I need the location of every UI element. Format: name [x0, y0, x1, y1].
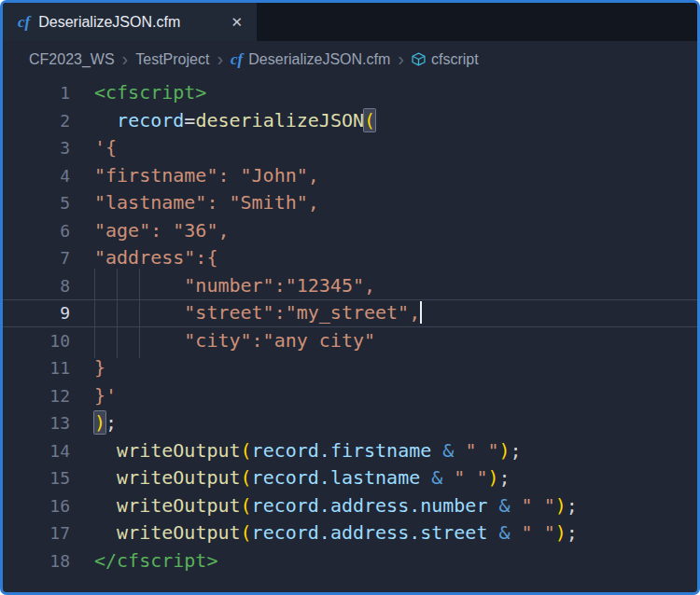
breadcrumb-label: CF2023_WS: [29, 51, 115, 68]
token-plain: [94, 494, 117, 517]
token-amp: &: [442, 439, 454, 462]
token-str: "city":"any city": [184, 329, 375, 352]
breadcrumb-item-testproject[interactable]: TestProject: [135, 51, 209, 68]
code-line-4[interactable]: 4"firstname": "John",: [3, 162, 697, 190]
token-var: record.address.street: [252, 521, 488, 544]
code-line-14[interactable]: 14 writeOutput(record.firstname & " ");: [3, 437, 697, 465]
token-plain: [94, 439, 117, 462]
coldfusion-file-icon: cf: [18, 14, 30, 30]
token-plain: [420, 466, 431, 489]
code-line-1[interactable]: 1<cfscript>: [3, 79, 697, 107]
token-fn: writeOutput: [117, 521, 240, 544]
code-text: record=deserializeJSON(: [94, 107, 697, 135]
token-str: }: [94, 356, 105, 379]
token-fn: deserializeJSON: [195, 109, 364, 131]
line-number: 10: [3, 327, 70, 355]
token-amp: &: [431, 466, 442, 489]
line-number: 1: [3, 79, 70, 107]
token-var: record: [117, 109, 184, 131]
code-text: writeOutput(record.address.street & " ")…: [94, 519, 697, 547]
indent-guide: [94, 324, 95, 359]
code-line-2[interactable]: 2 record=deserializeJSON(: [3, 107, 697, 135]
token-tag: </cfscript>: [94, 549, 217, 572]
line-number: 11: [3, 354, 70, 382]
token-str: "address":{: [94, 246, 217, 269]
line-number: 12: [3, 382, 70, 410]
breadcrumb-label: TestProject: [135, 51, 209, 68]
code-line-18[interactable]: 18</cfscript>: [3, 547, 697, 575]
token-plain: [94, 109, 117, 131]
breadcrumb-label: cfscript: [431, 51, 479, 68]
code-line-3[interactable]: 3'{: [3, 134, 697, 162]
token-paren: (: [241, 439, 252, 462]
line-number: 15: [3, 464, 70, 492]
cfscript-symbol-icon: [412, 52, 426, 66]
token-plain: [487, 521, 498, 544]
code-text: "address":{: [94, 244, 697, 272]
line-number: 16: [3, 492, 70, 520]
code-line-7[interactable]: 7"address":{: [3, 244, 697, 272]
token-paren: (: [241, 466, 252, 489]
line-number: 6: [3, 217, 70, 245]
token-plain: =: [184, 109, 195, 131]
token-plain: [511, 521, 522, 544]
token-plain: [442, 466, 454, 489]
indent-guide: [117, 324, 118, 359]
token-paren: ): [487, 466, 498, 489]
tab-bar: cf DeserializeJSON.cfm ✕: [3, 3, 697, 41]
indent-guide: [139, 324, 140, 359]
breadcrumb-separator: ›: [122, 49, 129, 68]
token-paren: (: [241, 494, 252, 517]
breadcrumb-separator: ›: [217, 49, 223, 68]
token-brkt: (: [364, 109, 375, 131]
code-line-17[interactable]: 17 writeOutput(record.address.street & "…: [3, 519, 697, 547]
code-line-10[interactable]: 10 "city":"any city": [3, 327, 697, 355]
code-line-11[interactable]: 11}: [3, 354, 697, 382]
tab-close-icon[interactable]: ✕: [228, 13, 245, 31]
code-line-16[interactable]: 16 writeOutput(record.address.number & "…: [3, 492, 697, 520]
code-text: "lastname": "Smith",: [94, 189, 697, 217]
token-amp: &: [499, 494, 511, 517]
line-number: 3: [3, 134, 70, 162]
code-text: "city":"any city": [94, 327, 697, 355]
token-str: '{: [94, 136, 117, 159]
token-plain: [454, 439, 465, 462]
code-line-8[interactable]: 8 "number":"12345",: [3, 272, 697, 300]
code-text: "street":"my_street",: [94, 299, 697, 327]
token-str: " ": [522, 494, 555, 517]
tab-deserializejson[interactable]: cf DeserializeJSON.cfm ✕: [3, 3, 257, 41]
code-text: }': [94, 382, 697, 410]
token-str: "street":"my_street",: [184, 301, 420, 324]
breadcrumb-item-deserializejson-cfm[interactable]: cfDeserializeJSON.cfm: [231, 51, 390, 68]
breadcrumb-item-cf2023-ws[interactable]: CF2023_WS: [29, 51, 115, 68]
code-line-15[interactable]: 15 writeOutput(record.lastname & " ");: [3, 464, 697, 492]
token-plain: ;: [567, 494, 578, 517]
code-line-13[interactable]: 13);: [3, 409, 697, 437]
token-tag: <cfscript>: [94, 81, 206, 104]
token-plain: ;: [105, 411, 117, 434]
breadcrumb: CF2023_WS›TestProject›cfDeserializeJSON.…: [3, 41, 697, 77]
code-line-6[interactable]: 6"age": "36",: [3, 217, 697, 245]
code-text: writeOutput(record.firstname & " ");: [94, 437, 697, 465]
token-plain: [487, 494, 498, 517]
token-fn: writeOutput: [117, 439, 240, 462]
code-line-12[interactable]: 12}': [3, 382, 697, 410]
token-plain: [511, 494, 522, 517]
code-line-5[interactable]: 5"lastname": "Smith",: [3, 189, 697, 217]
code-line-9[interactable]: 9 "street":"my_street",: [3, 299, 697, 327]
token-paren: ): [555, 521, 567, 544]
line-number: 5: [3, 189, 70, 217]
token-plain: ;: [567, 521, 578, 544]
tab-title: DeserializeJSON.cfm: [38, 14, 219, 31]
code-editor[interactable]: 1<cfscript>2 record=deserializeJSON(3'{4…: [3, 77, 697, 574]
token-var: record.firstname: [252, 439, 432, 462]
line-number: 17: [3, 519, 70, 547]
breadcrumb-label: DeserializeJSON.cfm: [248, 51, 390, 68]
token-plain: ;: [511, 439, 522, 462]
code-text: writeOutput(record.lastname & " ");: [94, 464, 697, 492]
breadcrumb-item-cfscript[interactable]: cfscript: [412, 51, 479, 68]
coldfusion-file-icon: cf: [231, 51, 243, 67]
code-text: writeOutput(record.address.number & " ")…: [94, 492, 697, 520]
token-str: "firstname": "John",: [94, 164, 319, 187]
line-number: 2: [3, 107, 70, 135]
